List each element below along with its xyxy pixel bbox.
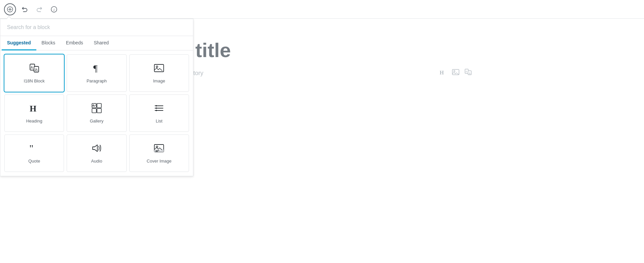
heading-inline-icon[interactable]: H: [439, 68, 447, 78]
heading-icon: H: [29, 103, 40, 115]
paragraph-icon: ¶: [91, 63, 102, 75]
block-label-quote: Quote: [28, 159, 40, 164]
toolbar: i: [0, 0, 644, 19]
block-item-audio[interactable]: Audio: [67, 135, 126, 172]
inserter-arrow: [6, 16, 12, 19]
block-label-i18n: I18N Block: [24, 78, 45, 83]
block-item-paragraph[interactable]: ¶ Paragraph: [67, 54, 126, 92]
block-inserter-panel: Suggested Blocks Embeds Shared A あ I18N …: [0, 19, 193, 176]
tab-suggested[interactable]: Suggested: [2, 36, 36, 50]
block-label-paragraph: Paragraph: [87, 78, 107, 83]
block-item-image[interactable]: Image: [129, 54, 189, 92]
svg-text:あ: あ: [469, 72, 471, 75]
tab-embeds[interactable]: Embeds: [61, 36, 88, 50]
search-input[interactable]: [0, 19, 193, 36]
block-label-image: Image: [153, 78, 165, 83]
svg-point-11: [156, 66, 158, 68]
gallery-icon: [91, 103, 102, 115]
svg-text:A: A: [31, 66, 33, 69]
redo-button[interactable]: [33, 3, 45, 15]
svg-text:H: H: [30, 104, 36, 113]
svg-rect-16: [97, 108, 101, 113]
svg-point-33: [454, 70, 455, 72]
svg-text:¶: ¶: [93, 63, 98, 73]
tab-shared[interactable]: Shared: [88, 36, 114, 50]
add-block-button[interactable]: [4, 3, 16, 15]
block-label-audio: Audio: [91, 159, 102, 164]
post-body-area: e your story H A あ: [172, 68, 472, 78]
svg-text:H: H: [440, 70, 444, 75]
undo-button[interactable]: [19, 3, 31, 15]
block-grid: A あ I18N Block ¶ Paragraph: [0, 50, 193, 176]
block-item-cover-image[interactable]: Cover Image: [129, 135, 189, 172]
i18n-icon: A あ: [29, 63, 40, 75]
image-inline-icon[interactable]: [452, 68, 459, 78]
svg-rect-15: [92, 108, 96, 113]
svg-point-22: [156, 107, 157, 109]
svg-text:あ: あ: [35, 68, 38, 71]
svg-text:": ": [29, 143, 33, 154]
list-icon: [154, 103, 164, 115]
block-label-cover-image: Cover Image: [147, 159, 171, 164]
i18n-inline-icon[interactable]: A あ: [465, 68, 472, 78]
block-label-gallery: Gallery: [90, 118, 103, 123]
svg-point-23: [156, 110, 157, 111]
svg-point-21: [156, 105, 157, 106]
cover-image-icon: [154, 143, 164, 155]
block-item-heading[interactable]: H Heading: [4, 94, 64, 132]
quote-icon: ": [29, 143, 40, 155]
block-label-heading: Heading: [26, 118, 42, 123]
tabs-container: Suggested Blocks Embeds Shared: [0, 36, 193, 50]
tab-blocks[interactable]: Blocks: [36, 36, 61, 50]
svg-text:A: A: [466, 70, 467, 73]
svg-point-17: [93, 104, 94, 105]
block-item-gallery[interactable]: Gallery: [67, 94, 126, 132]
search-container: [0, 19, 193, 36]
post-body-icons: H A あ: [439, 68, 472, 78]
block-item-i18n[interactable]: A あ I18N Block: [4, 54, 64, 92]
block-item-list[interactable]: List: [129, 94, 189, 132]
audio-icon: [91, 143, 102, 155]
info-button[interactable]: i: [48, 3, 60, 15]
block-label-list: List: [156, 118, 162, 123]
post-title[interactable]: ld title: [172, 39, 472, 62]
block-item-quote[interactable]: " Quote: [4, 135, 64, 172]
svg-rect-14: [97, 103, 101, 108]
image-icon: [154, 63, 164, 75]
svg-text:i: i: [53, 8, 54, 12]
